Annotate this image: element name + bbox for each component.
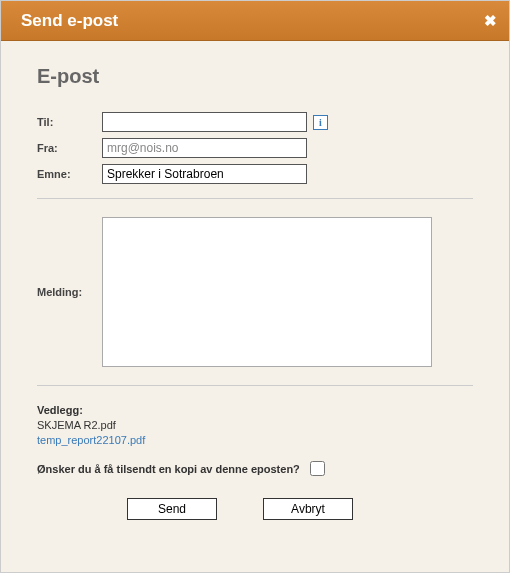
from-label: Fra:: [37, 142, 102, 154]
to-row: Til: i: [37, 112, 473, 132]
button-row: Send Avbryt: [37, 498, 473, 520]
subject-input[interactable]: [102, 164, 307, 184]
message-row: Melding:: [37, 217, 473, 367]
page-heading: E-post: [37, 65, 473, 88]
to-input[interactable]: [102, 112, 307, 132]
close-button[interactable]: ✖: [484, 12, 497, 30]
subject-row: Emne:: [37, 164, 473, 184]
divider-top: [37, 198, 473, 199]
cancel-button[interactable]: Avbryt: [263, 498, 353, 520]
message-label: Melding:: [37, 286, 102, 298]
divider-bottom: [37, 385, 473, 386]
copy-row: Ønsker du å få tilsendt en kopi av denne…: [37, 461, 473, 476]
attachments-section: Vedlegg: SKJEMA R2.pdf temp_report22107.…: [37, 404, 473, 447]
attachment-link[interactable]: temp_report22107.pdf: [37, 434, 145, 446]
message-textarea[interactable]: [102, 217, 432, 367]
subject-label: Emne:: [37, 168, 102, 180]
from-row: Fra:: [37, 138, 473, 158]
email-dialog: Send e-post ✖ E-post Til: i Fra: Emne: M…: [0, 0, 510, 573]
close-icon: ✖: [484, 12, 497, 29]
send-button[interactable]: Send: [127, 498, 217, 520]
copy-checkbox[interactable]: [310, 461, 325, 476]
titlebar: Send e-post ✖: [1, 1, 509, 41]
attachment-item: SKJEMA R2.pdf: [37, 418, 473, 433]
attachments-label: Vedlegg:: [37, 404, 473, 416]
dialog-title: Send e-post: [21, 11, 118, 31]
to-label: Til:: [37, 116, 102, 128]
copy-label: Ønsker du å få tilsendt en kopi av denne…: [37, 463, 300, 475]
info-icon[interactable]: i: [313, 115, 328, 130]
from-input[interactable]: [102, 138, 307, 158]
dialog-content: E-post Til: i Fra: Emne: Melding: Vedleg…: [1, 41, 509, 520]
